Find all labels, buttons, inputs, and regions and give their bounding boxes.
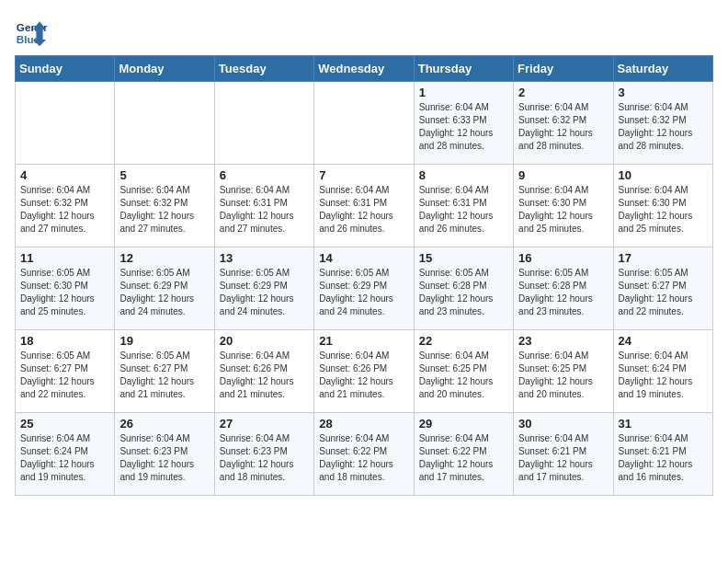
weekday-header-tuesday: Tuesday (214, 56, 313, 82)
day-cell: 25Sunrise: 6:04 AM Sunset: 6:24 PM Dayli… (16, 413, 115, 496)
day-info: Sunrise: 6:04 AM Sunset: 6:32 PM Dayligh… (119, 184, 209, 236)
day-number: 29 (419, 417, 508, 431)
day-cell: 1Sunrise: 6:04 AM Sunset: 6:33 PM Daylig… (414, 82, 513, 165)
day-number: 10 (619, 168, 708, 182)
day-number: 11 (20, 251, 109, 265)
day-cell (16, 82, 115, 165)
day-number: 18 (20, 334, 109, 348)
day-cell: 19Sunrise: 6:05 AM Sunset: 6:27 PM Dayli… (115, 330, 214, 413)
day-number: 7 (319, 168, 408, 182)
day-cell: 28Sunrise: 6:04 AM Sunset: 6:22 PM Dayli… (314, 413, 414, 496)
day-info: Sunrise: 6:05 AM Sunset: 6:29 PM Dayligh… (119, 267, 209, 318)
weekday-header-thursday: Thursday (414, 56, 513, 82)
day-info: Sunrise: 6:04 AM Sunset: 6:32 PM Dayligh… (20, 184, 109, 236)
day-cell: 29Sunrise: 6:04 AM Sunset: 6:22 PM Dayli… (414, 413, 513, 496)
calendar-table: SundayMondayTuesdayWednesdayThursdayFrid… (15, 55, 713, 496)
day-info: Sunrise: 6:04 AM Sunset: 6:23 PM Dayligh… (119, 432, 209, 484)
weekday-header-monday: Monday (115, 56, 214, 82)
day-number: 2 (518, 86, 608, 99)
day-info: Sunrise: 6:04 AM Sunset: 6:32 PM Dayligh… (619, 101, 708, 153)
day-number: 14 (319, 251, 408, 265)
day-number: 16 (518, 251, 608, 265)
day-info: Sunrise: 6:05 AM Sunset: 6:27 PM Dayligh… (20, 350, 109, 401)
day-cell: 4Sunrise: 6:04 AM Sunset: 6:32 PM Daylig… (16, 165, 115, 247)
day-cell (314, 82, 414, 165)
weekday-header-row: SundayMondayTuesdayWednesdayThursdayFrid… (16, 56, 713, 82)
day-cell: 17Sunrise: 6:05 AM Sunset: 6:27 PM Dayli… (613, 247, 712, 330)
day-info: Sunrise: 6:04 AM Sunset: 6:26 PM Dayligh… (319, 350, 408, 401)
day-number: 31 (619, 417, 708, 431)
day-info: Sunrise: 6:04 AM Sunset: 6:32 PM Dayligh… (518, 101, 608, 153)
day-number: 8 (419, 168, 508, 182)
page-header: General Blue (15, 15, 713, 48)
day-cell: 22Sunrise: 6:04 AM Sunset: 6:25 PM Dayli… (414, 330, 513, 413)
day-number: 15 (419, 251, 508, 265)
day-number: 12 (119, 251, 209, 265)
day-cell: 27Sunrise: 6:04 AM Sunset: 6:23 PM Dayli… (214, 413, 313, 496)
day-number: 13 (220, 251, 309, 265)
day-info: Sunrise: 6:04 AM Sunset: 6:31 PM Dayligh… (319, 184, 408, 236)
day-cell (115, 82, 214, 165)
day-info: Sunrise: 6:04 AM Sunset: 6:31 PM Dayligh… (220, 184, 309, 236)
day-number: 19 (119, 334, 209, 348)
day-info: Sunrise: 6:04 AM Sunset: 6:24 PM Dayligh… (619, 350, 708, 401)
day-cell: 30Sunrise: 6:04 AM Sunset: 6:21 PM Dayli… (514, 413, 613, 496)
day-number: 27 (220, 417, 309, 431)
day-info: Sunrise: 6:04 AM Sunset: 6:25 PM Dayligh… (419, 350, 508, 401)
day-info: Sunrise: 6:05 AM Sunset: 6:29 PM Dayligh… (220, 267, 309, 318)
day-info: Sunrise: 6:04 AM Sunset: 6:23 PM Dayligh… (220, 432, 309, 484)
day-cell: 12Sunrise: 6:05 AM Sunset: 6:29 PM Dayli… (115, 247, 214, 330)
day-info: Sunrise: 6:05 AM Sunset: 6:28 PM Dayligh… (518, 267, 608, 318)
day-cell: 23Sunrise: 6:04 AM Sunset: 6:25 PM Dayli… (514, 330, 613, 413)
day-info: Sunrise: 6:04 AM Sunset: 6:26 PM Dayligh… (220, 350, 309, 401)
day-info: Sunrise: 6:05 AM Sunset: 6:28 PM Dayligh… (419, 267, 508, 318)
weekday-header-saturday: Saturday (613, 56, 712, 82)
day-info: Sunrise: 6:04 AM Sunset: 6:33 PM Dayligh… (419, 101, 508, 153)
day-number: 6 (220, 168, 309, 182)
day-number: 4 (20, 168, 109, 182)
week-row-4: 18Sunrise: 6:05 AM Sunset: 6:27 PM Dayli… (16, 330, 713, 413)
day-info: Sunrise: 6:04 AM Sunset: 6:25 PM Dayligh… (518, 350, 608, 401)
day-cell: 26Sunrise: 6:04 AM Sunset: 6:23 PM Dayli… (115, 413, 214, 496)
day-cell: 8Sunrise: 6:04 AM Sunset: 6:31 PM Daylig… (414, 165, 513, 247)
day-cell: 2Sunrise: 6:04 AM Sunset: 6:32 PM Daylig… (514, 82, 613, 165)
day-cell: 21Sunrise: 6:04 AM Sunset: 6:26 PM Dayli… (314, 330, 414, 413)
day-number: 17 (619, 251, 708, 265)
day-number: 9 (518, 168, 608, 182)
day-number: 26 (119, 417, 209, 431)
logo-icon: General Blue (15, 15, 48, 48)
logo: General Blue (15, 15, 48, 48)
week-row-3: 11Sunrise: 6:05 AM Sunset: 6:30 PM Dayli… (16, 247, 713, 330)
day-cell: 6Sunrise: 6:04 AM Sunset: 6:31 PM Daylig… (214, 165, 313, 247)
day-cell (214, 82, 313, 165)
day-cell: 11Sunrise: 6:05 AM Sunset: 6:30 PM Dayli… (16, 247, 115, 330)
day-cell: 24Sunrise: 6:04 AM Sunset: 6:24 PM Dayli… (613, 330, 712, 413)
day-info: Sunrise: 6:04 AM Sunset: 6:31 PM Dayligh… (419, 184, 508, 236)
day-info: Sunrise: 6:04 AM Sunset: 6:22 PM Dayligh… (319, 432, 408, 484)
day-cell: 3Sunrise: 6:04 AM Sunset: 6:32 PM Daylig… (613, 82, 712, 165)
day-number: 23 (518, 334, 608, 348)
day-cell: 7Sunrise: 6:04 AM Sunset: 6:31 PM Daylig… (314, 165, 414, 247)
day-number: 25 (20, 417, 109, 431)
day-cell: 15Sunrise: 6:05 AM Sunset: 6:28 PM Dayli… (414, 247, 513, 330)
day-info: Sunrise: 6:04 AM Sunset: 6:22 PM Dayligh… (419, 432, 508, 484)
day-info: Sunrise: 6:04 AM Sunset: 6:30 PM Dayligh… (619, 184, 708, 236)
weekday-header-friday: Friday (514, 56, 613, 82)
day-number: 21 (319, 334, 408, 348)
week-row-2: 4Sunrise: 6:04 AM Sunset: 6:32 PM Daylig… (16, 165, 713, 247)
day-number: 3 (619, 86, 708, 99)
weekday-header-wednesday: Wednesday (314, 56, 414, 82)
day-cell: 18Sunrise: 6:05 AM Sunset: 6:27 PM Dayli… (16, 330, 115, 413)
day-cell: 20Sunrise: 6:04 AM Sunset: 6:26 PM Dayli… (214, 330, 313, 413)
day-cell: 10Sunrise: 6:04 AM Sunset: 6:30 PM Dayli… (613, 165, 712, 247)
day-cell: 5Sunrise: 6:04 AM Sunset: 6:32 PM Daylig… (115, 165, 214, 247)
day-number: 22 (419, 334, 508, 348)
day-cell: 13Sunrise: 6:05 AM Sunset: 6:29 PM Dayli… (214, 247, 313, 330)
day-info: Sunrise: 6:04 AM Sunset: 6:24 PM Dayligh… (20, 432, 109, 484)
day-info: Sunrise: 6:05 AM Sunset: 6:27 PM Dayligh… (619, 267, 708, 318)
day-cell: 16Sunrise: 6:05 AM Sunset: 6:28 PM Dayli… (514, 247, 613, 330)
week-row-1: 1Sunrise: 6:04 AM Sunset: 6:33 PM Daylig… (16, 82, 713, 165)
day-number: 24 (619, 334, 708, 348)
weekday-header-sunday: Sunday (16, 56, 115, 82)
day-cell: 14Sunrise: 6:05 AM Sunset: 6:29 PM Dayli… (314, 247, 414, 330)
